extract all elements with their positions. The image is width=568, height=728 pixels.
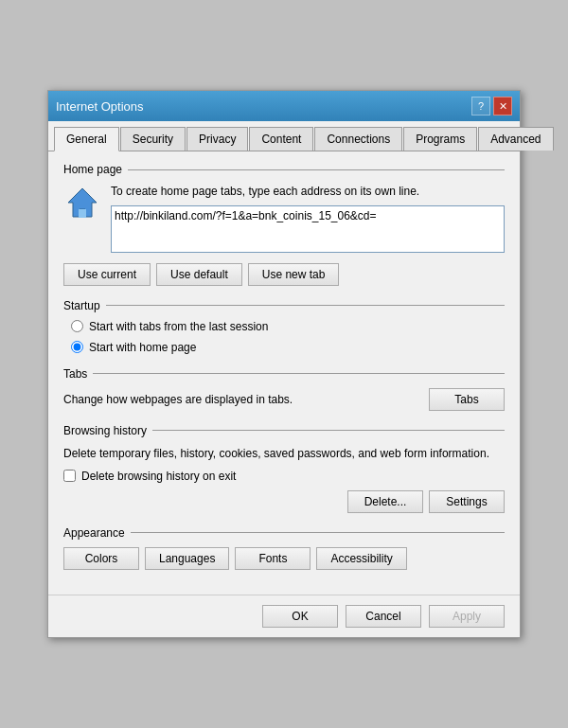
help-button[interactable]: ?	[471, 97, 490, 115]
browsing-divider	[152, 430, 505, 431]
browsing-history-section: Browsing history Delete temporary files,…	[63, 424, 505, 513]
history-settings-button[interactable]: Settings	[429, 490, 505, 513]
delete-button[interactable]: Delete...	[347, 490, 423, 513]
tab-content[interactable]: Content	[249, 127, 313, 151]
tab-advanced[interactable]: Advanced	[478, 127, 553, 151]
appearance-section: Appearance Colors Languages Fonts Access…	[63, 526, 505, 570]
home-page-divider	[128, 169, 505, 170]
tabs-divider	[93, 373, 505, 374]
dialog-title: Internet Options	[56, 99, 144, 114]
startup-option1-label: Start with tabs from the last session	[89, 320, 268, 333]
use-default-button[interactable]: Use default	[156, 263, 242, 286]
startup-divider	[106, 305, 505, 306]
startup-option2-label: Start with home page	[89, 341, 196, 354]
delete-history-checkbox-label[interactable]: Delete browsing history on exit	[63, 470, 505, 483]
startup-option1[interactable]: Start with tabs from the last session	[71, 320, 505, 333]
home-page-description: To create home page tabs, type each addr…	[111, 184, 505, 200]
svg-rect-1	[79, 209, 86, 218]
tab-security[interactable]: Security	[120, 127, 186, 151]
delete-history-checkbox[interactable]	[63, 470, 76, 482]
startup-option2[interactable]: Start with home page	[71, 341, 505, 354]
title-bar: Internet Options ? ✕	[48, 91, 520, 121]
tab-connections[interactable]: Connections	[314, 127, 402, 151]
home-page-url-input[interactable]: http://binkiland.com/?f=1&a=bnk_coinis_1…	[111, 205, 505, 253]
tabs-bar: General Security Privacy Content Connect…	[48, 121, 520, 151]
colors-button[interactable]: Colors	[63, 547, 139, 570]
appearance-label: Appearance	[63, 526, 131, 540]
fonts-button[interactable]: Fonts	[235, 547, 311, 570]
tab-general[interactable]: General	[54, 127, 119, 151]
home-page-section: Home page To create home page tabs, type…	[63, 163, 505, 286]
dialog-footer: OK Cancel Apply	[48, 595, 520, 637]
tab-privacy[interactable]: Privacy	[186, 127, 248, 151]
browsing-history-label: Browsing history	[63, 424, 152, 437]
home-icon	[63, 184, 101, 222]
use-current-button[interactable]: Use current	[63, 263, 151, 286]
tab-programs[interactable]: Programs	[403, 127, 477, 151]
languages-button[interactable]: Languages	[145, 547, 229, 570]
home-page-label: Home page	[63, 163, 128, 176]
startup-radio2[interactable]	[71, 341, 83, 353]
startup-radio1[interactable]	[71, 320, 83, 332]
tabs-section-label: Tabs	[63, 367, 93, 381]
apply-button[interactable]: Apply	[429, 605, 505, 628]
ok-button[interactable]: OK	[262, 605, 338, 628]
startup-section: Startup Start with tabs from the last se…	[63, 299, 505, 354]
accessibility-button[interactable]: Accessibility	[316, 547, 406, 570]
startup-label: Startup	[63, 299, 106, 312]
use-new-tab-button[interactable]: Use new tab	[248, 263, 340, 286]
tabs-section: Tabs Change how webpages are displayed i…	[63, 367, 505, 411]
delete-history-label: Delete browsing history on exit	[81, 470, 236, 483]
tabs-description: Change how webpages are displayed in tab…	[63, 393, 429, 406]
close-button[interactable]: ✕	[493, 97, 512, 115]
tabs-button[interactable]: Tabs	[429, 388, 505, 411]
cancel-button[interactable]: Cancel	[346, 605, 421, 628]
browsing-description: Delete temporary files, history, cookies…	[63, 445, 505, 462]
appearance-divider	[131, 532, 505, 533]
